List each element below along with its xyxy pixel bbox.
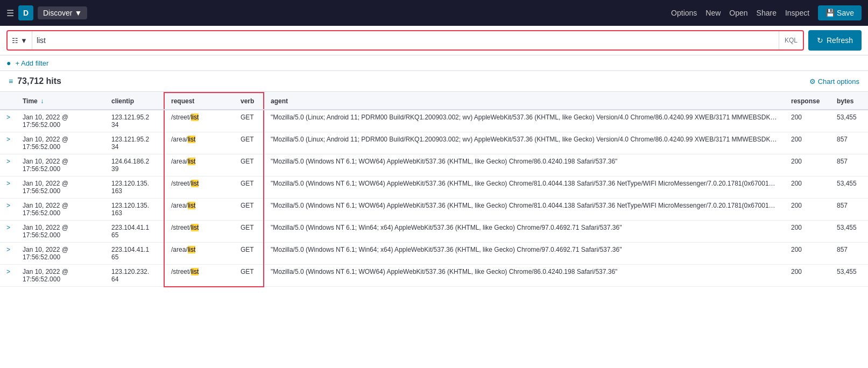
th-bytes[interactable]: bytes [830, 93, 868, 110]
bytes-cell: 53,455 [830, 265, 868, 287]
expand-button[interactable]: > [6, 202, 10, 209]
bytes-cell: 857 [830, 199, 868, 221]
response-cell: 200 [785, 132, 830, 154]
response-cell: 200 [785, 221, 830, 243]
clientip-cell: 123.121.95.2 34 [105, 110, 164, 132]
inspect-link[interactable]: Inspect [785, 9, 809, 17]
time-cell: Jan 10, 2022 @ 17:56:52.000 [16, 243, 105, 265]
expand-button[interactable]: > [6, 224, 10, 231]
th-request[interactable]: request [164, 93, 234, 110]
verb-cell: GET [234, 110, 264, 132]
table-row: >Jan 10, 2022 @ 17:56:52.000223.104.41.1… [0, 221, 868, 243]
request-highlight: list [191, 180, 199, 187]
request-cell: /street/list [164, 265, 234, 287]
refresh-button[interactable]: ↻ Refresh [808, 30, 862, 51]
th-time[interactable]: Time ↓ [16, 93, 105, 110]
refresh-icon: ↻ [817, 36, 823, 45]
filter-icon[interactable]: ● [6, 59, 11, 67]
save-label: Save [837, 9, 854, 17]
request-highlight: list [188, 246, 196, 253]
search-area: ☷ ▼ KQL ↻ Refresh [0, 26, 868, 55]
search-input[interactable] [32, 31, 779, 49]
expand-cell: > [0, 132, 16, 154]
request-cell: /area/list [164, 199, 234, 221]
request-highlight: list [188, 136, 196, 143]
response-cell: 200 [785, 176, 830, 199]
field-selector[interactable]: ☷ ▼ [8, 31, 32, 49]
agent-cell: "Mozilla/5.0 (Windows NT 6.1; WOW64) App… [264, 265, 785, 287]
hits-count: 73,712 hits [17, 76, 61, 86]
request-cell: /street/list [164, 110, 234, 132]
expand-button[interactable]: > [6, 180, 10, 187]
time-cell: Jan 10, 2022 @ 17:56:52.000 [16, 176, 105, 199]
add-filter-button[interactable]: + Add filter [15, 59, 48, 67]
agent-cell: "Mozilla/5.0 (Windows NT 6.1; WOW64) App… [264, 199, 785, 221]
clientip-cell: 123.120.232. 64 [105, 265, 164, 287]
request-cell: /area/list [164, 243, 234, 265]
table-row: >Jan 10, 2022 @ 17:56:52.000124.64.186.2… [0, 154, 868, 176]
verb-cell: GET [234, 154, 264, 176]
sort-icon[interactable]: ≡ [9, 77, 13, 86]
expand-button[interactable]: > [6, 268, 10, 275]
agent-cell: "Mozilla/5.0 (Windows NT 6.1; Win64; x64… [264, 243, 785, 265]
bytes-cell: 857 [830, 243, 868, 265]
time-cell: Jan 10, 2022 @ 17:56:52.000 [16, 132, 105, 154]
discover-label: Discover [43, 9, 72, 17]
chart-options-button[interactable]: ⚙ Chart options [809, 77, 859, 86]
hamburger-icon[interactable]: ☰ [6, 8, 14, 18]
verb-cell: GET [234, 265, 264, 287]
time-cell: Jan 10, 2022 @ 17:56:52.000 [16, 110, 105, 132]
clientip-cell: 123.121.95.2 34 [105, 132, 164, 154]
request-highlight: list [191, 268, 199, 275]
table-row: >Jan 10, 2022 @ 17:56:52.000123.121.95.2… [0, 132, 868, 154]
th-response[interactable]: response [785, 93, 830, 110]
request-highlight: list [188, 158, 196, 165]
time-cell: Jan 10, 2022 @ 17:56:52.000 [16, 154, 105, 176]
bytes-cell: 53,455 [830, 221, 868, 243]
request-cell: /area/list [164, 132, 234, 154]
results-left: ≡ 73,712 hits [9, 76, 61, 86]
table-row: >Jan 10, 2022 @ 17:56:52.000123.120.232.… [0, 265, 868, 287]
th-expand [0, 93, 16, 110]
new-link[interactable]: New [705, 9, 721, 17]
th-clientip[interactable]: clientip [105, 93, 164, 110]
expand-button[interactable]: > [6, 246, 10, 253]
share-link[interactable]: Share [757, 9, 777, 17]
table-row: >Jan 10, 2022 @ 17:56:52.000123.120.135.… [0, 199, 868, 221]
table-row: >Jan 10, 2022 @ 17:56:52.000223.104.41.1… [0, 243, 868, 265]
expand-cell: > [0, 265, 16, 287]
verb-cell: GET [234, 199, 264, 221]
expand-cell: > [0, 176, 16, 199]
request-highlight: list [191, 114, 199, 121]
gear-icon: ⚙ [809, 77, 816, 86]
nav-left: ☰ D Discover ▼ [6, 5, 87, 20]
response-cell: 200 [785, 243, 830, 265]
agent-cell: "Mozilla/5.0 (Windows NT 6.1; WOW64) App… [264, 176, 785, 199]
discover-button[interactable]: Discover ▼ [38, 6, 87, 19]
time-cell: Jan 10, 2022 @ 17:56:52.000 [16, 265, 105, 287]
kql-badge[interactable]: KQL [779, 31, 803, 49]
expand-button[interactable]: > [6, 114, 10, 121]
expand-cell: > [0, 221, 16, 243]
clientip-cell: 123.120.135. 163 [105, 199, 164, 221]
th-verb[interactable]: verb [234, 93, 264, 110]
verb-cell: GET [234, 243, 264, 265]
results-header: ≡ 73,712 hits ⚙ Chart options [0, 71, 868, 92]
results-table-wrapper: Time ↓ clientip request verb agent respo… [0, 92, 868, 287]
th-agent[interactable]: agent [264, 93, 785, 110]
options-link[interactable]: Options [671, 9, 697, 17]
response-cell: 200 [785, 110, 830, 132]
time-cell: Jan 10, 2022 @ 17:56:52.000 [16, 199, 105, 221]
clientip-cell: 123.120.135. 163 [105, 176, 164, 199]
expand-button[interactable]: > [6, 136, 10, 143]
verb-cell: GET [234, 176, 264, 199]
agent-cell: "Mozilla/5.0 (Windows NT 6.1; WOW64) App… [264, 154, 785, 176]
bytes-cell: 53,455 [830, 176, 868, 199]
open-link[interactable]: Open [729, 9, 747, 17]
request-cell: /street/list [164, 176, 234, 199]
bytes-cell: 857 [830, 154, 868, 176]
sort-arrow-icon: ↓ [40, 97, 44, 105]
expand-button[interactable]: > [6, 158, 10, 165]
save-button[interactable]: 💾 Save [818, 5, 862, 20]
time-cell: Jan 10, 2022 @ 17:56:52.000 [16, 221, 105, 243]
